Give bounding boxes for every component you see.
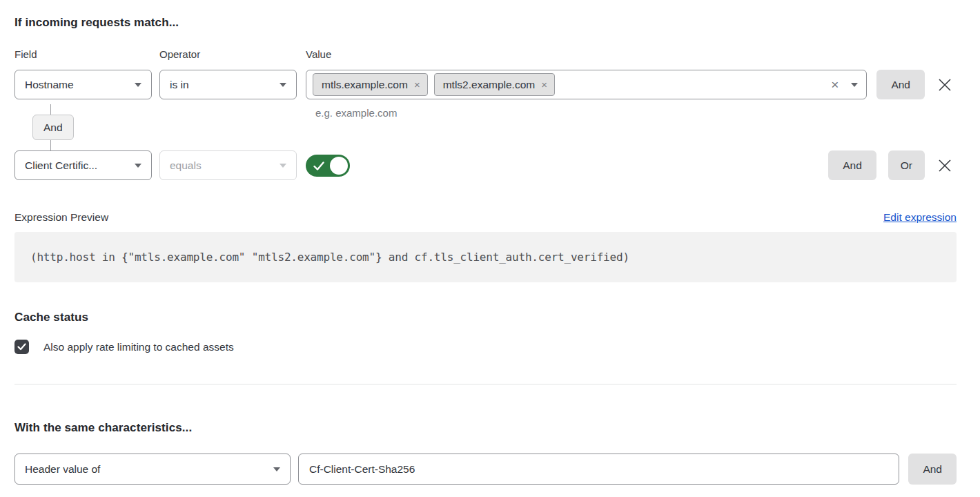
cache-status-row: Also apply rate limiting to cached asset… [14, 340, 957, 354]
cached-assets-checkbox-label: Also apply rate limiting to cached asset… [43, 341, 234, 353]
delete-row2-button[interactable] [933, 150, 957, 180]
header-name-input[interactable] [298, 454, 899, 485]
chevron-down-icon [280, 164, 286, 168]
value-tag-label: mtls.example.com [322, 79, 408, 91]
section-divider [14, 384, 957, 384]
value-tag: mtls.example.com × [313, 73, 428, 96]
match-section-title: If incoming requests match... [14, 16, 957, 30]
expression-code: (http.host in {"mtls.example.com" "mtls2… [30, 251, 629, 264]
characteristic-select-value: Header value of [25, 463, 100, 476]
chevron-down-icon [280, 83, 286, 87]
connector-line [50, 140, 51, 150]
chevron-down-icon [135, 164, 141, 168]
and-button-characteristics[interactable]: And [908, 454, 957, 485]
condition-row-1: Hostname is in mtls.example.com × mtls2.… [14, 70, 957, 99]
spacer [350, 150, 828, 180]
edit-expression-link[interactable]: Edit expression [883, 211, 957, 224]
remove-tag-icon[interactable]: × [414, 79, 420, 90]
check-icon [17, 343, 26, 351]
rule-builder-page: If incoming requests match... Field Oper… [0, 0, 980, 485]
operator-select-row1-value: is in [170, 79, 189, 91]
field-select-row1-value: Hostname [25, 79, 74, 91]
delete-row1-button[interactable] [933, 70, 957, 99]
operator-column-label: Operator [159, 48, 297, 60]
value-tag: mtls2.example.com × [434, 73, 555, 96]
operator-select-row2-disabled: equals [159, 150, 297, 180]
value-multiselect-row1[interactable]: mtls.example.com × mtls2.example.com × × [306, 70, 867, 99]
value-tag-label: mtls2.example.com [443, 79, 536, 91]
characteristics-row: Header value of And [14, 454, 957, 485]
chevron-down-icon [851, 83, 858, 87]
expression-preview-label: Expression Preview [14, 211, 108, 224]
close-icon [937, 158, 952, 173]
field-select-row2-value: Client Certific... [25, 159, 97, 172]
row-connector: And [29, 104, 70, 150]
and-button-row1[interactable]: And [876, 70, 925, 99]
or-button-row2[interactable]: Or [888, 150, 925, 180]
field-select-row1[interactable]: Hostname [14, 70, 152, 99]
cert-verified-toggle[interactable] [306, 155, 350, 177]
toggle-knob [330, 157, 348, 175]
characteristics-title: With the same characteristics... [14, 421, 957, 435]
remove-tag-icon[interactable]: × [541, 79, 547, 90]
and-button-row2[interactable]: And [828, 150, 876, 180]
expression-preview-box: (http.host in {"mtls.example.com" "mtls2… [14, 232, 957, 282]
expression-preview-header: Expression Preview Edit expression [14, 211, 957, 224]
condition-row-2: Client Certific... equals And Or [14, 150, 957, 180]
connector-line [50, 104, 51, 115]
field-select-row2[interactable]: Client Certific... [14, 150, 152, 180]
clear-all-icon[interactable]: × [828, 78, 841, 91]
chevron-down-icon [273, 467, 280, 471]
value-hint-text: e.g. example.com [315, 107, 957, 119]
operator-select-row1[interactable]: is in [159, 70, 297, 99]
cached-assets-checkbox[interactable] [14, 340, 29, 354]
characteristic-select[interactable]: Header value of [14, 454, 291, 485]
check-icon [313, 162, 324, 170]
value-column-label: Value [306, 48, 331, 60]
connector-and-button[interactable]: And [32, 115, 74, 140]
cache-status-title: Cache status [14, 311, 957, 324]
chevron-down-icon [135, 83, 141, 87]
field-column-label: Field [14, 48, 152, 60]
operator-select-row2-value: equals [170, 159, 202, 172]
column-labels: Field Operator Value [14, 48, 957, 60]
close-icon [937, 77, 952, 92]
